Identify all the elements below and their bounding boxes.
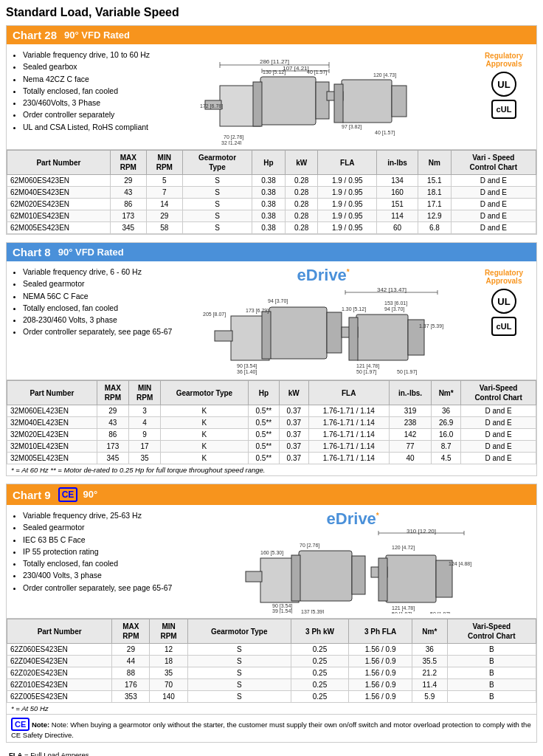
th-kw: kW bbox=[285, 151, 318, 175]
svg-rect-32 bbox=[215, 331, 232, 341]
svg-text:130 [5.12]: 130 [5.12] bbox=[263, 69, 286, 75]
table-cell: 70 bbox=[150, 679, 187, 691]
table-cell: 7 bbox=[146, 187, 182, 199]
chart28-bullets: Variable frequency drive, 10 to 60 Hz Se… bbox=[10, 49, 150, 145]
table-cell: 0.25 bbox=[291, 656, 349, 667]
table-cell: 0.38 bbox=[252, 222, 286, 234]
svg-rect-62 bbox=[291, 555, 300, 601]
regulatory-title8: RegulatoryApprovals bbox=[477, 269, 530, 285]
table-cell: S bbox=[187, 679, 291, 691]
table-cell: 62Z005ES423EN bbox=[7, 691, 112, 703]
table-header-row: Part Number MAXRPM MINRPM Gearmotor Type… bbox=[7, 619, 536, 644]
table-row: 62M020ES423EN8614S0.380.281.9 / 0.951511… bbox=[7, 199, 536, 210]
table-cell: 60 bbox=[377, 222, 418, 234]
table-cell: B bbox=[447, 691, 536, 703]
table-cell: 353 bbox=[112, 691, 150, 703]
svg-text:1.37 [5.39]: 1.37 [5.39] bbox=[419, 323, 443, 329]
chart9-bullets: Variable frequency drive, 25-63 Hz Seale… bbox=[10, 509, 172, 614]
svg-text:70 [2.76]: 70 [2.76] bbox=[300, 543, 319, 549]
svg-text:50 [1.97]: 50 [1.97] bbox=[392, 611, 412, 614]
table-row: 32M040EL423EN434K0.5**0.371.76-1.71 / 1.… bbox=[7, 417, 536, 429]
table-cell: 35.5 bbox=[412, 656, 448, 667]
table-cell: 18.1 bbox=[418, 187, 452, 199]
table-cell: 140 bbox=[150, 691, 187, 703]
table-cell: 18 bbox=[150, 656, 187, 667]
table-header-row: Part Number MAXRPM MINRPM Gearmotor Type… bbox=[7, 381, 536, 405]
svg-text:50 [1.97]: 50 [1.97] bbox=[356, 369, 376, 375]
table-cell: 0.38 bbox=[252, 199, 286, 210]
table-cell: 0.25 bbox=[291, 691, 349, 703]
fla-label: FLA bbox=[9, 751, 22, 756]
svg-text:153 [6.01]: 153 [6.01] bbox=[384, 300, 407, 306]
svg-text:124 [4.88]: 124 [4.88] bbox=[449, 561, 471, 567]
table-cell: 29 bbox=[110, 175, 146, 187]
chart28-svg: 286 [11.27] 107 [4.21] 172 [6.78] 70 [2.… bbox=[198, 49, 426, 145]
chart8-subtitle: 90° VFD Rated bbox=[58, 247, 124, 258]
table-cell: B bbox=[447, 667, 536, 679]
th-chart: Vari-SpeedControl Chart bbox=[461, 381, 536, 405]
table-cell: 35 bbox=[150, 667, 187, 679]
th-hp: Hp bbox=[252, 151, 286, 175]
svg-text:94 [3.70]: 94 [3.70] bbox=[384, 306, 404, 312]
table-cell: D and E bbox=[461, 429, 536, 441]
table-cell: 11.4 bbox=[412, 679, 448, 691]
svg-text:36 [1.40]: 36 [1.40] bbox=[237, 369, 257, 375]
bullet: IEC 63 B5 C Face bbox=[23, 534, 172, 546]
chart8-table: Part Number MAXRPM MINRPM Gearmotor Type… bbox=[7, 380, 536, 464]
table-row: 62M060ES423EN295S0.380.281.9 / 0.9513415… bbox=[7, 175, 536, 187]
table-cell: D and E bbox=[461, 405, 536, 417]
table-cell: 319 bbox=[389, 405, 431, 417]
table-cell: K bbox=[161, 405, 248, 417]
svg-text:120 [4.72]: 120 [4.72] bbox=[392, 545, 415, 551]
svg-text:1.30 [5.12]: 1.30 [5.12] bbox=[342, 306, 366, 312]
table-cell: 29 bbox=[146, 210, 182, 222]
th-minrpm: MINRPM bbox=[146, 151, 182, 175]
chart28-diagram: 286 [11.27] 107 [4.21] 172 [6.78] 70 [2.… bbox=[150, 49, 474, 145]
table-cell: 1.76-1.71 / 1.14 bbox=[308, 453, 389, 464]
svg-rect-4 bbox=[253, 82, 262, 126]
table-cell: 88 bbox=[112, 667, 150, 679]
table-cell: D and E bbox=[451, 222, 536, 234]
table-cell: S bbox=[182, 175, 252, 187]
table-cell: 1.56 / 0.9 bbox=[349, 656, 412, 667]
table-cell: 62Z040ES423EN bbox=[7, 656, 112, 667]
table-cell: 0.37 bbox=[280, 417, 308, 429]
table-cell: 21.2 bbox=[412, 667, 448, 679]
th-partnum: Part Number bbox=[7, 619, 112, 644]
chart9-footnote: * = At 50 Hz bbox=[7, 703, 536, 714]
svg-rect-43 bbox=[356, 315, 408, 360]
th-partnum: Part Number bbox=[7, 151, 111, 175]
table-cell: 44 bbox=[112, 656, 150, 667]
chart28-num: Chart 28 bbox=[13, 29, 57, 41]
edrive-logo-9: eDrive* bbox=[327, 509, 379, 529]
table-cell: 1.9 / 0.95 bbox=[318, 175, 377, 187]
table-cell: 62Z060ES423EN bbox=[7, 644, 112, 656]
th-nm: Nm* bbox=[432, 381, 461, 405]
table-cell: 12.9 bbox=[418, 210, 452, 222]
table-cell: 151 bbox=[377, 199, 418, 210]
table-cell: 0.37 bbox=[280, 441, 308, 453]
table-cell: 29 bbox=[97, 405, 128, 417]
svg-text:173 [6.79]: 173 [6.79] bbox=[246, 308, 269, 314]
bullet: IP 55 protection rating bbox=[23, 546, 172, 557]
svg-text:205 [8.07]: 205 [8.07] bbox=[203, 312, 226, 317]
table-cell: 1.9 / 0.95 bbox=[318, 210, 377, 222]
table-row: 62Z005ES423EN353140S0.251.56 / 0.95.9B bbox=[7, 691, 536, 703]
bottom-notes: FLA = Full Load Amperes Some motors and … bbox=[6, 750, 537, 756]
chart9-diagram: eDrive* 160 [5.30] 90 [3.54] 39 [1.54] 1… bbox=[172, 509, 533, 614]
table-cell: 32M010EL423EN bbox=[7, 441, 97, 453]
bullet: 208-230/460 Volts, 3 phase bbox=[23, 314, 172, 326]
th-inlbs: in-lbs bbox=[377, 151, 418, 175]
table-cell: 0.28 bbox=[285, 175, 318, 187]
table-cell: 0.38 bbox=[252, 175, 286, 187]
table-cell: 0.38 bbox=[252, 210, 286, 222]
chart8-info: Variable frequency drive, 6 - 60 Hz Seal… bbox=[7, 261, 536, 380]
svg-rect-19 bbox=[392, 86, 407, 117]
table-row: 32M005EL423EN34535K0.5**0.371.76-1.71 / … bbox=[7, 453, 536, 464]
svg-rect-72 bbox=[386, 555, 436, 602]
table-cell: S bbox=[187, 644, 291, 656]
table-cell: 142 bbox=[389, 429, 431, 441]
table-cell: 1.76-1.71 / 1.14 bbox=[308, 429, 389, 441]
table-cell: 0.25 bbox=[291, 679, 349, 691]
table-cell: K bbox=[161, 429, 248, 441]
